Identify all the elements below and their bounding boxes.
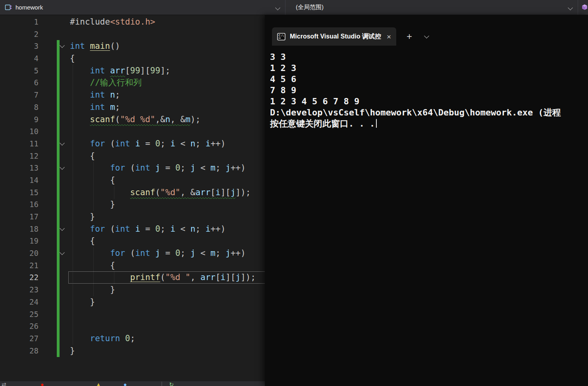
code-text: for (int i = 0; i < n; i++): [70, 138, 226, 150]
fold-margin: [39, 259, 70, 272]
line-number[interactable]: 7: [0, 89, 39, 101]
member-dropdown[interactable]: main: [578, 0, 588, 15]
fold-margin: [39, 65, 70, 77]
code-text: int n;: [70, 89, 120, 101]
console-tab[interactable]: C:\ Microsoft Visual Studio 调试控 ×: [272, 27, 396, 46]
line-number[interactable]: 9: [0, 113, 39, 126]
line-number[interactable]: 22: [0, 271, 39, 284]
code-text: for (int i = 0; i < n; i++): [70, 223, 226, 235]
line-number[interactable]: 17: [0, 211, 39, 223]
line-number[interactable]: 6: [0, 77, 39, 89]
fold-margin: [39, 28, 70, 40]
console-line: 7 8 9: [270, 85, 588, 96]
line-number[interactable]: 5: [0, 65, 39, 77]
line-number[interactable]: 24: [0, 296, 39, 308]
line-number[interactable]: 2: [0, 28, 39, 40]
line-number[interactable]: 19: [0, 235, 39, 247]
fold-margin: [39, 186, 70, 199]
fold-chevron-icon[interactable]: [60, 43, 65, 48]
warnings-badge-icon[interactable]: ▲: [96, 382, 101, 386]
line-number[interactable]: 21: [0, 259, 39, 272]
fold-margin: [39, 320, 70, 332]
code-text: {: [70, 235, 95, 247]
fold-margin: [39, 223, 70, 235]
fold-margin: [39, 296, 70, 308]
code-text: }: [70, 345, 75, 357]
fold-margin: [39, 162, 70, 174]
method-cube-icon: [581, 4, 588, 11]
code-text: {: [70, 174, 115, 186]
fold-margin: [39, 284, 70, 296]
fold-margin: [39, 40, 70, 52]
fold-margin: [39, 247, 70, 259]
fold-margin: [39, 125, 70, 138]
fold-margin: [39, 308, 70, 321]
line-number[interactable]: 27: [0, 332, 39, 345]
line-number[interactable]: 4: [0, 52, 39, 65]
fold-chevron-icon[interactable]: [60, 165, 65, 170]
code-text: #include<stdio.h>: [70, 16, 155, 28]
line-number[interactable]: 16: [0, 198, 39, 211]
line-number[interactable]: 25: [0, 308, 39, 321]
code-text: scanf("%d", &arr[i][j]);: [70, 186, 251, 199]
new-tab-button[interactable]: +: [407, 32, 412, 41]
line-number[interactable]: 15: [0, 186, 39, 199]
line-number[interactable]: 10: [0, 125, 39, 138]
project-dropdown[interactable]: homework: [0, 0, 285, 15]
messages-badge-icon[interactable]: ●: [123, 382, 127, 386]
console-tabbar: C:\ Microsoft Visual Studio 调试控 × +: [265, 27, 588, 46]
line-number[interactable]: 14: [0, 174, 39, 186]
line-number[interactable]: 12: [0, 150, 39, 162]
project-name: homework: [15, 4, 43, 11]
code-text: int m;: [70, 101, 120, 113]
code-text: //输入行和列: [70, 77, 142, 89]
cmd-icon: C:\: [277, 33, 285, 40]
chevron-down-icon: [424, 33, 429, 38]
fold-margin: [39, 345, 70, 357]
console-line: 1 2 3 4 5 6 7 8 9: [270, 96, 588, 107]
scope-dropdown[interactable]: (全局范围): [285, 0, 578, 15]
fold-margin: [39, 150, 70, 162]
line-number[interactable]: 11: [0, 138, 39, 150]
line-number[interactable]: 3: [0, 40, 39, 52]
line-number[interactable]: 13: [0, 162, 39, 174]
line-number[interactable]: 8: [0, 101, 39, 113]
line-number[interactable]: 1: [0, 16, 39, 28]
fold-chevron-icon[interactable]: [60, 226, 65, 231]
code-text: int main(): [70, 40, 120, 52]
text-cursor: [376, 119, 377, 128]
history-nav-icon[interactable]: ⇄: [2, 382, 6, 386]
code-text: }: [70, 284, 115, 296]
fold-margin: [39, 101, 70, 113]
fold-margin: [39, 89, 70, 101]
svg-text:C:\: C:\: [279, 34, 284, 37]
code-text: for (int j = 0; j < m; j++): [70, 162, 246, 174]
fold-margin: [39, 211, 70, 223]
tabs-menu-button[interactable]: [424, 34, 430, 39]
debug-console-window[interactable]: C:\ Microsoft Visual Studio 调试控 × + 3 31…: [265, 15, 588, 386]
console-line: 3 3: [270, 52, 588, 63]
refresh-icon[interactable]: ↻: [169, 382, 174, 386]
line-number[interactable]: 18: [0, 223, 39, 235]
code-text: {: [70, 150, 95, 162]
code-text: return 0;: [70, 332, 135, 345]
fold-margin: [39, 271, 70, 284]
navigation-bar: homework (全局范围) main: [0, 0, 588, 15]
chevron-down-icon: [568, 5, 573, 10]
code-text: }: [70, 198, 115, 211]
fold-margin: [39, 77, 70, 89]
line-number[interactable]: 26: [0, 320, 39, 332]
console-line: D:\develop\vsCself\homework\x64\Debug\ho…: [270, 107, 588, 118]
code-text: }: [70, 296, 95, 308]
console-output[interactable]: 3 31 2 34 5 67 8 91 2 3 4 5 6 7 8 9D:\de…: [270, 52, 588, 386]
code-text: for (int j = 0; j < m; j++): [70, 247, 246, 259]
line-number[interactable]: 28: [0, 345, 39, 357]
close-tab-button[interactable]: ×: [387, 33, 391, 40]
code-text: }: [70, 211, 95, 223]
visual-studio-window: homework (全局范围) main 1#include<stdio.h>2: [0, 0, 588, 386]
errors-badge-icon[interactable]: ●: [40, 382, 44, 386]
line-number[interactable]: 20: [0, 247, 39, 259]
line-number[interactable]: 23: [0, 284, 39, 296]
fold-chevron-icon[interactable]: [60, 140, 65, 146]
fold-chevron-icon[interactable]: [60, 250, 65, 255]
